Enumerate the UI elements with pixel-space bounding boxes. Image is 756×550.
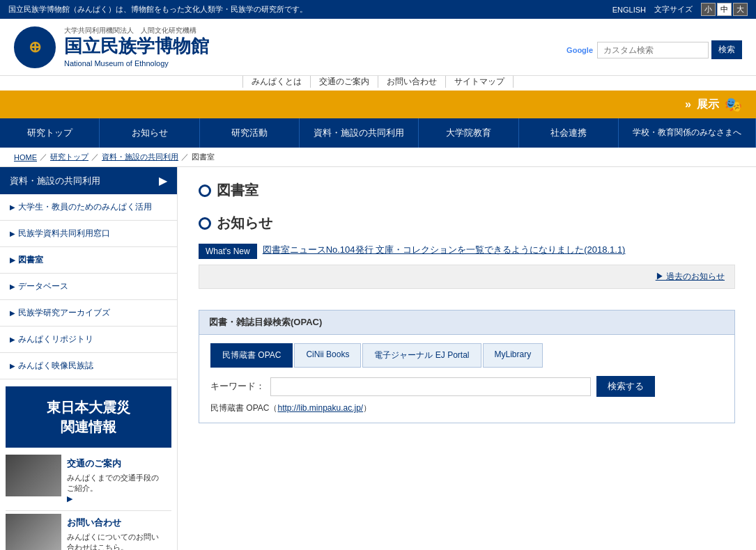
font-medium-btn[interactable]: 中 [717, 3, 732, 16]
sidebar-label-5: 民族学研究アーカイブズ [18, 307, 110, 319]
disaster-banner[interactable]: 東日本大震災 関連情報 [6, 386, 171, 448]
opac-search-input[interactable] [270, 377, 591, 396]
section-heading-news: お知らせ [199, 214, 735, 233]
past-news-bar: ▶ 過去のお知らせ [199, 265, 735, 289]
sidebar-arrow-6: ▶ [10, 336, 15, 343]
header-nav-row: みんぱくとは 交通のご案内 お問い合わせ サイトマップ [0, 76, 756, 91]
nav-item-top[interactable]: 研究トップ [0, 118, 100, 148]
nav-item-activities[interactable]: 研究活動 [200, 118, 300, 148]
yellow-banner-content: » 展示 🎭 [685, 96, 742, 113]
tab-mylibrary[interactable]: MyLibrary [483, 343, 543, 368]
top-banner: 国立民族学博物館（みんぱく）は、博物館をもった文化人類学・民族学の研究所です。 … [0, 0, 756, 19]
sidebar-item-repository[interactable]: ▶ みんぱくリポジトリ [0, 327, 177, 353]
sidebar-arrow-1: ▶ [10, 203, 15, 211]
sidebar-label-2: 民族学資料共同利用窓口 [18, 228, 110, 239]
yellow-banner[interactable]: » 展示 🎭 [0, 91, 756, 118]
header-nav-contact[interactable]: お問い合わせ [378, 76, 446, 88]
nav-item-graduate[interactable]: 大学院教育 [419, 118, 518, 148]
google-text: Google [566, 46, 593, 54]
info-card-access-title[interactable]: 交通のご案内 [67, 457, 166, 470]
tab-bar: 民博蔵書 OPAC CiNii Books 電子ジャーナル EJ Portal … [210, 343, 723, 368]
nav-item-news[interactable]: お知らせ [100, 118, 199, 148]
opac-note-suffix: ） [363, 403, 371, 413]
section-title-news: お知らせ [217, 214, 272, 233]
info-card-contact-img [6, 514, 61, 550]
info-card-contact-desc: みんぱくについてのお問い合わせはこちら。 [67, 532, 166, 550]
opac-note: 民博蔵書 OPAC（http://lib.minpaku.ac.jp/） [210, 402, 723, 414]
breadcrumb: HOME ／ 研究トップ ／ 資料・施設の共同利用 ／ 図書室 [0, 148, 756, 167]
tab-ej-portal[interactable]: 電子ジャーナル EJ Portal [362, 343, 481, 368]
header-nav-minpaku[interactable]: みんぱくとは [242, 76, 311, 88]
main-nav: 研究トップ お知らせ 研究活動 資料・施設の共同利用 大学院教育 社会連携 学校… [0, 118, 756, 148]
info-card-contact-title[interactable]: お問い合わせ [67, 517, 166, 529]
sidebar-arrow-7: ▶ [10, 362, 15, 370]
header-logo: ⊕ 大学共同利用機関法人 人間文化研究機構 国立民族学博物館 National … [14, 26, 209, 68]
sidebar-arrow-5: ▶ [10, 309, 15, 317]
font-size-label: 文字サイズ [654, 4, 693, 15]
opac-section: 図書・雑誌目録検索(OPAC) 民博蔵書 OPAC CiNii Books 電子… [199, 310, 735, 423]
sidebar-item-database[interactable]: ▶ データベース [0, 274, 177, 300]
header-search-input[interactable] [597, 42, 709, 58]
font-size-controls: 小 中 大 [701, 3, 748, 16]
info-card-access-img [6, 455, 61, 496]
font-small-btn[interactable]: 小 [701, 3, 716, 16]
info-card-access-desc: みんぱくまでの交通手段のご紹介。 [67, 473, 166, 494]
opac-header: 図書・雑誌目録検索(OPAC) [199, 310, 735, 335]
opac-note-prefix: 民博蔵書 OPAC（ [210, 403, 277, 413]
header-search: Google 検索 [566, 40, 742, 59]
header-search-btn[interactable]: 検索 [711, 40, 742, 59]
sidebar-item-library[interactable]: ▶ 図書室 [0, 247, 177, 274]
breadcrumb-current: 図書室 [192, 152, 215, 162]
breadcrumb-sep1: ／ [40, 152, 47, 162]
sidebar-label-4: データベース [18, 281, 68, 292]
header: ⊕ 大学共同利用機関法人 人間文化研究機構 国立民族学博物館 National … [0, 19, 756, 76]
logo-circle: ⊕ [14, 26, 56, 68]
section-circle-2 [199, 217, 211, 230]
header-nav-access[interactable]: 交通のご案内 [311, 76, 378, 88]
breadcrumb-sep2: ／ [91, 152, 99, 162]
sidebar-item-archives[interactable]: ▶ 民族学研究アーカイブズ [0, 300, 177, 327]
section-heading-library: 図書室 [199, 181, 735, 200]
breadcrumb-sep3: ／ [181, 152, 189, 162]
tab-opac[interactable]: 民博蔵書 OPAC [210, 343, 293, 368]
sidebar-header-label: 資料・施設の共同利用 [10, 175, 100, 187]
sidebar-label-7: みんぱく映像民族誌 [18, 360, 93, 372]
news-row: What's New 図書室ニュースNo.104発行 文庫・コレクションを一覧で… [199, 244, 735, 259]
info-card-contact-text: お問い合わせ みんぱくについてのお問い合わせはこちら。 ▶ [61, 514, 171, 550]
org-name: 大学共同利用機関法人 人間文化研究機構 [64, 26, 209, 35]
sidebar-label-1: 大学生・教員のためのみんぱく活用 [18, 201, 152, 213]
top-banner-text: 国立民族学博物館（みんぱく）は、博物館をもった文化人類学・民族学の研究所です。 [8, 4, 307, 15]
museum-name-en: National Museum of Ethnology [64, 58, 209, 68]
header-nav-sitemap[interactable]: サイトマップ [446, 76, 514, 88]
logo-text: 大学共同利用機関法人 人間文化研究機構 国立民族学博物館 National Mu… [64, 26, 209, 68]
font-large-btn[interactable]: 大 [733, 3, 748, 16]
breadcrumb-resources[interactable]: 資料・施設の共同利用 [102, 152, 178, 162]
news-link[interactable]: 図書室ニュースNo.104発行 文庫・コレクションを一覧できるようになりました(… [263, 244, 626, 256]
sidebar: 資料・施設の共同利用 ▶ ▶ 大学生・教員のためのみんぱく活用 ▶ 民族学資料共… [0, 167, 178, 550]
tab-cinii[interactable]: CiNii Books [294, 343, 361, 368]
sidebar-item-video[interactable]: ▶ みんぱく映像民族誌 [0, 353, 177, 379]
nav-item-resources[interactable]: 資料・施設の共同利用 [300, 118, 419, 148]
past-news-link[interactable]: ▶ 過去のお知らせ [656, 272, 725, 281]
info-card-access-text: 交通のご案内 みんぱくまでの交通手段のご紹介。 ▶ [61, 455, 171, 506]
info-card-contact: お問い合わせ みんぱくについてのお問い合わせはこちら。 ▶ [6, 514, 171, 550]
breadcrumb-research-top[interactable]: 研究トップ [50, 152, 88, 162]
info-card-access-more[interactable]: ▶ [67, 494, 166, 503]
section-circle-1 [199, 184, 211, 197]
breadcrumb-home[interactable]: HOME [14, 153, 37, 162]
sidebar-label-6: みんぱくリポジトリ [18, 333, 93, 345]
disaster-line2: 関連情報 [17, 417, 160, 437]
main-content: 図書室 お知らせ What's New 図書室ニュースNo.104発行 文庫・コ… [178, 167, 756, 550]
sidebar-item-window[interactable]: ▶ 民族学資料共同利用窓口 [0, 221, 177, 247]
opac-search-btn[interactable]: 検索する [596, 376, 655, 397]
nav-item-school[interactable]: 学校・教育関係のみなさまへ [619, 118, 756, 148]
english-link[interactable]: ENGLISH [612, 6, 646, 14]
sidebar-item-student[interactable]: ▶ 大学生・教員のためのみんぱく活用 [0, 194, 177, 221]
exhibition-arrow: » [685, 98, 691, 111]
top-banner-right: ENGLISH 文字サイズ 小 中 大 [612, 3, 748, 16]
nav-item-society[interactable]: 社会連携 [519, 118, 619, 148]
section-title-library: 図書室 [217, 181, 259, 200]
opac-search-label: キーワード： [210, 380, 265, 393]
opac-note-link[interactable]: http://lib.minpaku.ac.jp/ [277, 403, 363, 413]
sidebar-arrow-2: ▶ [10, 230, 15, 237]
